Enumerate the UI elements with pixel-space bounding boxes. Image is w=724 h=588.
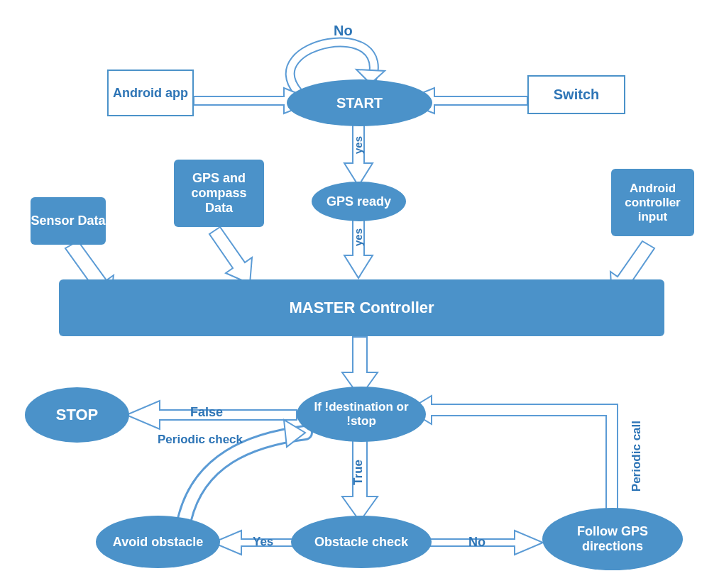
android-app-box: Android app xyxy=(107,70,194,116)
obstacle-check-node: Obstacle check xyxy=(291,516,432,568)
sensor-data-box: Sensor Data xyxy=(31,197,106,245)
yes-label-3: Yes xyxy=(253,535,273,549)
false-label: False xyxy=(190,405,223,420)
start-node: START xyxy=(287,79,432,126)
avoid-obstacle-node: Avoid obstacle xyxy=(96,516,220,568)
master-controller-box: MASTER Controller xyxy=(59,279,664,336)
yes-label-1: yes xyxy=(352,136,364,154)
periodic-call-label: Periodic call xyxy=(630,421,644,492)
gps-compass-box: GPS and compass Data xyxy=(174,160,264,227)
stop-node: STOP xyxy=(25,387,129,443)
no-label: No xyxy=(334,23,353,39)
android-controller-box: Android controller input xyxy=(611,169,694,236)
periodic-check-label: Periodic check xyxy=(158,433,243,447)
switch-box: Switch xyxy=(527,75,625,114)
yes-label-2: yes xyxy=(352,228,364,246)
no-label-2: No xyxy=(468,535,486,550)
true-label: True xyxy=(351,460,366,485)
follow-gps-node: Follow GPS directions xyxy=(542,508,683,570)
decision-node: If !destination or !stop xyxy=(297,387,426,442)
gps-ready-node: GPS ready xyxy=(312,182,406,221)
